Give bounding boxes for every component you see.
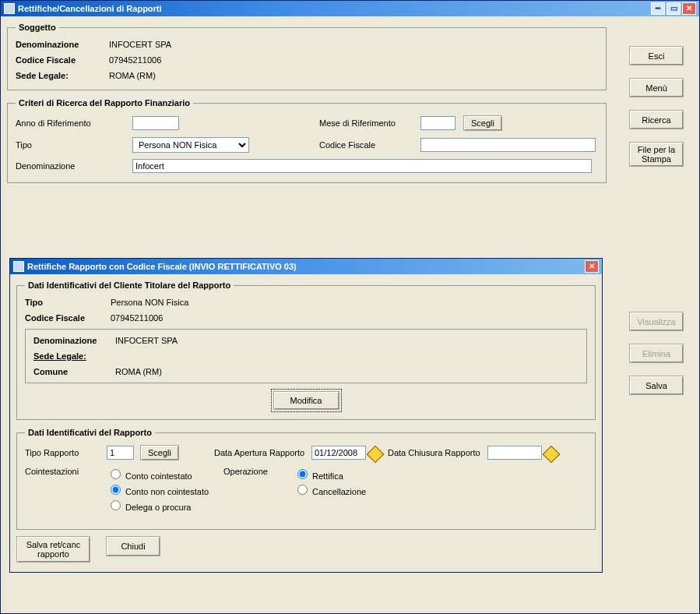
mese-input[interactable] — [420, 116, 456, 130]
scegli-tipo-rapporto-button[interactable]: Scegli — [140, 445, 179, 460]
radio-delega-procura[interactable]: Delega o procura — [107, 498, 223, 512]
maximize-button[interactable]: ▭ — [667, 2, 681, 15]
salva-button[interactable]: Salva — [629, 376, 684, 395]
dialog-title: Rettifiche Rapporto con Codice Fiscale (… — [27, 262, 297, 271]
data-apertura-input[interactable] — [311, 446, 366, 460]
tipo-rapporto-input[interactable] — [107, 446, 134, 460]
operazione-radios: Rettifica Cancellazione — [294, 467, 366, 498]
soggetto-group: Soggetto Denominazione INFOCERT SPA Codi… — [7, 23, 607, 90]
anno-input[interactable] — [132, 116, 179, 130]
mese-label: Mese di Riferimento — [319, 118, 420, 128]
scegli-mese-button[interactable]: Scegli — [463, 115, 502, 131]
main-titlebar: Rettifiche/Cancellazioni di Rapporti ━ ▭… — [1, 1, 699, 16]
radio-cancellazione[interactable]: Cancellazione — [294, 482, 366, 496]
cliente-comune-label: Comune — [33, 367, 115, 376]
side-button-panel: Esci Menù Ricerca File per la Stampa Vis… — [629, 46, 691, 395]
chiudi-button[interactable]: Chiudi — [106, 536, 160, 556]
rapporto-group: Dati Identificativi del Rapporto Tipo Ra… — [16, 428, 596, 530]
cliente-denom-value: INFOCERT SPA — [115, 336, 178, 345]
cliente-group: Dati Identificativi del Cliente Titolare… — [16, 281, 596, 420]
calendar-chiusura-icon[interactable] — [543, 446, 561, 464]
main-title: Rettifiche/Cancellazioni di Rapporti — [18, 4, 162, 13]
cliente-cf-label: Codice Fiscale — [25, 313, 111, 323]
cliente-tipo-label: Tipo — [25, 298, 111, 307]
cf-input[interactable] — [420, 138, 596, 152]
anno-label: Anno di Riferimento — [16, 118, 132, 128]
codice-fiscale-label: Codice Fiscale — [16, 55, 109, 65]
menu-button[interactable]: Menù — [629, 78, 684, 97]
cliente-sede-label[interactable]: Sede Legale: — [33, 351, 115, 361]
dialog-titlebar: Rettifiche Rapporto con Codice Fiscale (… — [10, 259, 602, 274]
cliente-legend: Dati Identificativi del Cliente Titolare… — [25, 281, 234, 290]
calendar-apertura-icon[interactable] — [367, 446, 385, 464]
cointestazioni-label: Cointestazioni — [25, 467, 107, 476]
criteri-group: Criteri di Ricerca del Rapporto Finanzia… — [7, 98, 607, 183]
soggetto-legend: Soggetto — [16, 23, 59, 32]
denom-label: Denominazione — [16, 161, 132, 171]
data-chiusura-label: Data Chiusura Rapporto — [388, 448, 487, 457]
ricerca-button[interactable]: Ricerca — [629, 110, 684, 129]
close-button[interactable]: ✕ — [682, 2, 696, 15]
rapporto-legend: Dati Identificativi del Rapporto — [25, 428, 155, 437]
cliente-tipo-value: Persona NON Fisica — [111, 298, 188, 307]
esci-button[interactable]: Esci — [629, 46, 684, 65]
cliente-denom-label: Denominazione — [33, 336, 115, 345]
denominazione-label: Denominazione — [16, 40, 109, 49]
criteri-legend: Criteri di Ricerca del Rapporto Finanzia… — [16, 98, 193, 108]
cf-label: Codice Fiscale — [319, 140, 420, 150]
modifica-button[interactable]: Modifica — [273, 391, 339, 410]
cliente-subbox: Denominazione INFOCERT SPA Sede Legale: … — [25, 329, 587, 383]
dialog-window-icon — [13, 261, 24, 272]
sede-legale-value: ROMA (RM) — [109, 71, 156, 80]
tipo-label: Tipo — [16, 140, 132, 150]
denominazione-value: INFOCERT SPA — [109, 40, 171, 49]
sede-legale-label: Sede Legale: — [16, 71, 109, 80]
cointestazioni-radios: Conto cointestato Conto non cointestato … — [107, 467, 223, 513]
visualizza-button[interactable]: Visualizza — [629, 312, 684, 331]
codice-fiscale-value: 07945211006 — [109, 55, 161, 65]
tipo-rapporto-label: Tipo Rapporto — [25, 448, 107, 457]
salva-ret-canc-button[interactable]: Salva ret/canc rapporto — [16, 536, 90, 563]
data-chiusura-input[interactable] — [487, 446, 542, 460]
radio-rettifica[interactable]: Rettifica — [294, 467, 366, 481]
cliente-cf-value: 07945211006 — [111, 313, 163, 323]
dialog-window: Rettifiche Rapporto con Codice Fiscale (… — [9, 258, 603, 573]
radio-conto-cointestato[interactable]: Conto cointestato — [107, 467, 223, 481]
dialog-close-button[interactable]: ✕ — [585, 260, 599, 273]
cliente-comune-value: ROMA (RM) — [115, 367, 162, 376]
minimize-button[interactable]: ━ — [651, 2, 665, 15]
data-apertura-label: Data Apertura Rapporto — [214, 448, 311, 457]
window-icon — [4, 3, 15, 14]
tipo-select[interactable]: Persona NON Fisica — [132, 137, 249, 153]
radio-conto-non-cointestato[interactable]: Conto non cointestato — [107, 482, 223, 496]
denom-input[interactable] — [132, 159, 592, 173]
operazione-label: Operazione — [223, 467, 294, 476]
elimina-button[interactable]: Elimina — [629, 344, 684, 363]
file-stampa-button[interactable]: File per la Stampa — [629, 142, 684, 167]
